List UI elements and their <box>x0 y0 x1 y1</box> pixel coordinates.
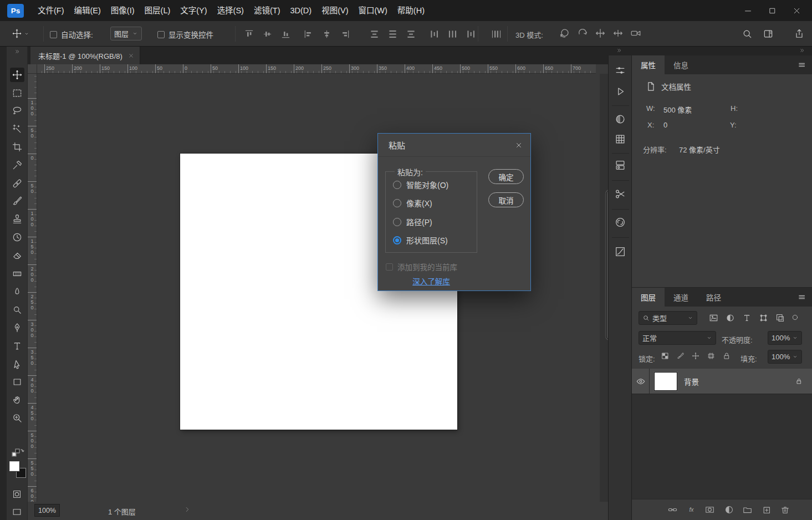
lock-pixels-icon[interactable] <box>676 351 686 361</box>
collapse-dock-icon[interactable] <box>616 47 625 55</box>
toolbar-collapse-icon[interactable] <box>7 48 28 55</box>
distribute-left-icon[interactable] <box>428 28 440 40</box>
distribute-top-icon[interactable] <box>368 28 380 40</box>
type-tool-icon[interactable] <box>10 339 24 353</box>
menu-item-10[interactable]: 帮助(H) <box>392 0 430 21</box>
gradient-tool-icon[interactable] <box>10 267 24 281</box>
close-button[interactable] <box>788 4 805 17</box>
align-left-icon[interactable] <box>302 28 314 40</box>
align-vertical-center-icon[interactable] <box>261 28 273 40</box>
brush-tool-icon[interactable] <box>10 194 24 208</box>
actions-play-icon[interactable] <box>614 85 627 98</box>
align-right-icon[interactable] <box>339 28 351 40</box>
smart-object-filter-icon[interactable] <box>775 313 785 323</box>
fill-dropdown[interactable]: 100% <box>768 350 802 364</box>
menu-item-7[interactable]: 3D(D) <box>285 0 316 21</box>
adjustment-layer-icon[interactable] <box>724 504 735 516</box>
add-to-library-checkbox[interactable]: 添加到我的当前库 <box>386 261 457 272</box>
swap-colors-icon[interactable] <box>11 447 25 459</box>
distribute-right-icon[interactable] <box>464 28 477 40</box>
panel-menu-icon[interactable] <box>797 292 808 303</box>
show-transform-controls-checkbox[interactable]: 显示变换控件 <box>157 29 213 40</box>
new-layer-icon[interactable] <box>761 504 772 516</box>
smudge-tool-icon[interactable] <box>10 284 24 299</box>
foreground-color-swatch[interactable] <box>9 461 19 471</box>
tab-paths[interactable]: 路径 <box>697 288 730 307</box>
panel-menu-icon[interactable] <box>797 60 808 70</box>
eraser-tool-icon[interactable] <box>10 248 24 263</box>
auto-select-checkbox[interactable]: 自动选择: <box>50 29 93 40</box>
scissors-panel-icon[interactable] <box>614 188 627 201</box>
3d-orbit-icon[interactable] <box>559 27 571 39</box>
link-layers-icon[interactable] <box>667 504 678 516</box>
lock-position-icon[interactable] <box>691 351 701 361</box>
tab-info[interactable]: 信息 <box>665 55 697 74</box>
3d-roll-icon[interactable] <box>576 27 589 39</box>
menu-item-1[interactable]: 编辑(E) <box>69 0 106 21</box>
collapse-panels-icon[interactable] <box>799 47 808 55</box>
move-tool-icon[interactable] <box>10 68 24 82</box>
distribute-vertical-center-icon[interactable] <box>386 28 399 40</box>
lock-all-icon[interactable] <box>722 351 732 361</box>
clone-stamp-tool-icon[interactable] <box>10 212 24 227</box>
hand-tool-icon[interactable] <box>10 393 24 407</box>
pen-tool-icon[interactable] <box>10 320 24 335</box>
visibility-toggle[interactable] <box>632 369 650 394</box>
radio-path[interactable]: 路径(P) <box>393 216 432 228</box>
blend-mode-dropdown[interactable]: 正常 <box>639 331 716 345</box>
align-horizontal-center-icon[interactable] <box>320 28 333 40</box>
type-layer-filter-icon[interactable] <box>742 313 752 323</box>
radio-smart-object[interactable]: 智能对象(O) <box>393 179 448 191</box>
adjustment-layer-filter-icon[interactable] <box>725 313 736 323</box>
magic-wand-tool-icon[interactable] <box>10 122 24 136</box>
rectangle-tool-icon[interactable] <box>10 375 24 389</box>
layer-group-icon[interactable] <box>742 504 753 516</box>
path-select-tool-icon[interactable] <box>10 357 24 371</box>
libraries-panel-icon[interactable] <box>614 159 627 172</box>
dodge-tool-icon[interactable] <box>10 303 24 317</box>
eyedropper-tool-icon[interactable] <box>10 158 24 172</box>
lasso-tool-icon[interactable] <box>10 104 24 118</box>
layer-effects-icon[interactable]: fx <box>686 504 697 516</box>
status-menu-chevron[interactable] <box>183 506 193 516</box>
tab-properties[interactable]: 属性 <box>632 55 665 74</box>
delete-layer-icon[interactable] <box>780 504 791 516</box>
3d-slide-icon[interactable] <box>612 27 624 39</box>
color-panel-icon[interactable] <box>614 113 627 126</box>
distribute-horizontal-center-icon[interactable] <box>446 28 458 40</box>
radio-pixels[interactable]: 像素(X) <box>393 197 432 209</box>
vertical-scrollbar[interactable] <box>600 74 608 502</box>
graph-panel-icon[interactable] <box>614 246 627 258</box>
menu-item-6[interactable]: 滤镜(T) <box>249 0 285 21</box>
lock-transparent-icon[interactable] <box>661 351 670 361</box>
tab-layers[interactable]: 图层 <box>632 288 665 307</box>
layer-thumbnail[interactable] <box>654 372 677 391</box>
menu-item-0[interactable]: 文件(F) <box>33 0 69 21</box>
layer-mask-icon[interactable] <box>704 504 716 516</box>
history-brush-tool-icon[interactable] <box>10 230 24 244</box>
menu-item-9[interactable]: 窗口(W) <box>354 0 392 21</box>
ok-button[interactable]: 确定 <box>488 169 524 184</box>
menu-item-4[interactable]: 文字(Y) <box>175 0 212 21</box>
sliders-panel-icon[interactable] <box>614 64 627 77</box>
filter-toggle-icon[interactable] <box>791 314 799 322</box>
menu-item-2[interactable]: 图像(I) <box>106 0 140 21</box>
healing-brush-tool-icon[interactable] <box>10 176 24 191</box>
learn-about-libraries-link[interactable]: 深入了解库 <box>385 276 477 287</box>
share-icon[interactable] <box>793 27 806 40</box>
menu-item-5[interactable]: 选择(S) <box>212 0 249 21</box>
align-bottom-icon[interactable] <box>279 28 292 40</box>
lock-artboard-icon[interactable] <box>707 351 716 361</box>
document-tab[interactable]: 未标题-1 @ 100%(RGB/8) <box>30 47 140 64</box>
3d-camera-icon[interactable] <box>630 27 642 39</box>
distribute-spacing-icon[interactable] <box>490 28 502 40</box>
tab-close-icon[interactable] <box>128 53 134 59</box>
marquee-tool-icon[interactable] <box>10 86 24 100</box>
maximize-button[interactable] <box>763 4 781 17</box>
distribute-bottom-icon[interactable] <box>405 28 417 40</box>
tool-preset-picker[interactable] <box>8 26 34 42</box>
3d-pan-icon[interactable] <box>594 27 606 39</box>
cancel-button[interactable]: 取消 <box>488 192 524 207</box>
dialog-close-button[interactable] <box>513 140 524 151</box>
shape-layer-filter-icon[interactable] <box>758 313 769 323</box>
